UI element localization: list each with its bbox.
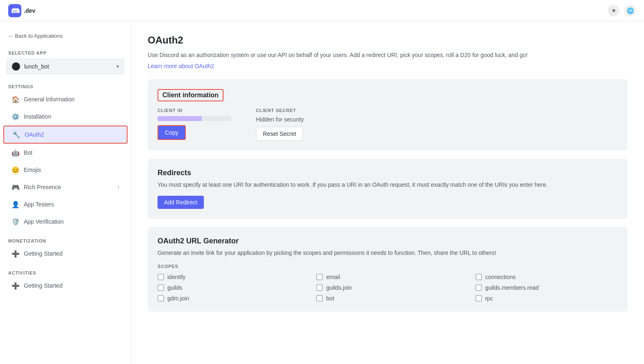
client-info-card: Client information CLIENT ID Copy CLIENT… [148,79,628,151]
sidebar-item-emojis[interactable]: 😊 Emojis [3,162,128,178]
sidebar: ← Back to Applications SELECTED APP lunc… [0,21,131,364]
selected-app-label: SELECTED APP [0,47,131,57]
discord-logo [8,4,21,17]
add-redirect-button[interactable]: Add Redirect [158,196,204,209]
sidebar-item-getting-started-monetization[interactable]: ➕ Getting Started [3,245,128,262]
user-avatar[interactable]: 🌐 [624,5,636,16]
nav-label-app-verification: App Verification [24,218,64,225]
sidebar-item-rich-presence[interactable]: 🎮 Rich Presence › [3,179,128,195]
sidebar-item-installation[interactable]: ⚙️ Installation [3,108,128,125]
redirects-card: Redirects You must specify at least one … [148,159,628,219]
nav-label-installation: Installation [24,113,51,120]
redirects-desc: You must specify at least one URI for au… [158,181,568,189]
scope-checkbox-connections[interactable] [475,274,482,280]
app-name: lunch_bot [24,63,112,70]
scope-gdm-join: gdm.join [158,295,300,302]
client-id-field: CLIENT ID Copy [158,108,231,141]
scope-rpc: rpc [475,295,618,302]
scope-label-connections: connections [485,274,516,280]
sidebar-item-oauth2[interactable]: 🔧 OAuth2 [3,126,128,144]
scope-checkbox-identify[interactable] [158,274,164,280]
app-layout: ← Back to Applications SELECTED APP lunc… [0,21,644,364]
scope-checkbox-bot[interactable] [316,295,323,302]
nav-label-general: General Information [24,96,75,103]
nav-label-emojis: Emojis [24,167,41,173]
scope-guilds-members-read: guilds.members.read [475,284,618,291]
theme-toggle[interactable]: ☀ [608,5,619,16]
nav-label-app-testers: App Testers [24,201,54,208]
scope-guilds-join: guilds.join [316,284,459,291]
scope-label-email: email [326,274,340,280]
client-fields: CLIENT ID Copy CLIENT SECRET Hidden for … [158,108,618,141]
gear-icon: ⚙️ [11,112,20,121]
verification-icon: 🛡️ [11,217,20,226]
nav-label-oauth2: OAuth2 [25,131,44,138]
topbar-left: .dev [8,4,35,17]
monetization-label: MONETIZATION [0,235,131,245]
url-generator-title: OAuth2 URL Generator [158,237,618,245]
topbar: .dev ☀ 🌐 [0,0,644,21]
url-generator-card: OAuth2 URL Generator Generate an invite … [148,227,628,311]
scope-checkbox-guilds[interactable] [158,284,164,291]
plus-icon-activities: ➕ [11,282,20,290]
settings-label: SETTINGS [0,81,131,91]
page-title: OAuth2 [148,34,628,46]
scope-label-rpc: rpc [485,295,493,302]
nav-label-rich-presence: Rich Presence [24,184,61,190]
scope-checkbox-email[interactable] [316,274,323,280]
app-selector[interactable]: lunch_bot ▾ [7,59,124,74]
page-desc: Use Discord as an authorization system o… [148,51,558,60]
scopes-grid: identify email connections guilds guilds… [158,274,618,302]
client-secret-value: Hidden for security [256,116,304,123]
scope-checkbox-guilds-join[interactable] [316,284,323,291]
scope-label-guilds-members-read: guilds.members.read [485,284,539,291]
scope-label-identify: identify [167,274,185,280]
sidebar-item-app-verification[interactable]: 🛡️ App Verification [3,213,128,230]
client-info-title: Client information [158,89,224,101]
scope-guilds: guilds [158,284,300,291]
scopes-label: SCOPES [158,264,618,269]
scope-checkbox-rpc[interactable] [475,295,482,302]
oauth2-icon: 🔧 [12,130,21,139]
scope-checkbox-gdm-join[interactable] [158,295,164,302]
sidebar-item-app-testers[interactable]: 👤 App Testers [3,196,128,213]
copy-button[interactable]: Copy [158,125,186,140]
sidebar-item-general-information[interactable]: 🏠 General Information [3,91,128,108]
scope-bot: bot [316,295,459,302]
nav-label-getting-started-activities: Getting Started [24,282,62,289]
main-content: OAuth2 Use Discord as an authorization s… [131,21,644,364]
sidebar-item-getting-started-activities[interactable]: ➕ Getting Started [3,277,128,294]
reset-secret-button[interactable]: Reset Secret [256,127,303,141]
chevron-right-icon: › [118,184,119,190]
home-icon: 🏠 [11,95,20,103]
scope-label-guilds-join: guilds.join [326,284,352,291]
logo-text: .dev [24,7,35,14]
nav-label-bot: Bot [24,149,32,156]
emoji-icon: 😊 [11,166,20,174]
scope-label-guilds: guilds [167,284,183,291]
scope-email: email [316,274,459,280]
back-to-applications[interactable]: ← Back to Applications [0,30,131,42]
nav-label-getting-started-monetization: Getting Started [24,250,62,257]
activities-label: ACTIVITIES [0,267,131,277]
scope-label-gdm-join: gdm.join [167,295,189,302]
client-id-bar [158,116,231,121]
testers-icon: 👤 [11,200,20,208]
scope-label-bot: bot [326,295,334,302]
topbar-right: ☀ 🌐 [608,5,636,16]
client-id-label: CLIENT ID [158,108,231,113]
redirects-title: Redirects [158,169,618,177]
scope-connections: connections [475,274,618,280]
chevron-down-icon: ▾ [116,64,119,69]
globe-icon: 🌐 [627,7,634,14]
plus-icon-monetization: ➕ [11,250,20,258]
client-secret-label: CLIENT SECRET [256,108,304,113]
bot-icon: 🤖 [11,149,20,157]
app-avatar [12,62,20,71]
sun-icon: ☀ [611,7,617,14]
url-generator-desc: Generate an invite link for your applica… [158,249,568,257]
learn-more-link[interactable]: Learn more about OAuth2 [148,63,214,69]
scope-identify: identify [158,274,300,280]
scope-checkbox-guilds-members-read[interactable] [475,284,482,291]
sidebar-item-bot[interactable]: 🤖 Bot [3,144,128,161]
